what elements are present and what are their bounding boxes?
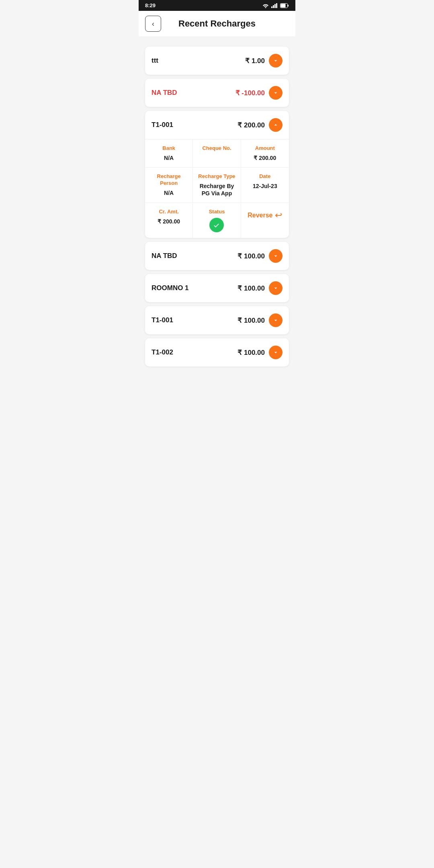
recharge-amount-3: ₹ 200.00 <box>237 118 283 132</box>
bank-label: Bank <box>150 145 188 152</box>
header: ‹ Recent Recharges <box>139 11 295 37</box>
recharge-amount-1: ₹ 1.00 <box>245 54 283 68</box>
recharge-type-label: Recharge Type <box>198 173 235 180</box>
detail-grid-3: Bank N/A Cheque No. Amount ₹ 200.00 Rech… <box>145 139 289 238</box>
chevron-up-icon <box>272 122 279 128</box>
recharge-summary-1: ttt ₹ 1.00 <box>145 47 289 75</box>
date-label: Date <box>246 173 284 180</box>
recharge-card-3: T1-001 ₹ 200.00 Bank N/A Cheque No. <box>145 111 289 238</box>
detail-row-1: Bank N/A Cheque No. Amount ₹ 200.00 <box>145 139 289 168</box>
amount-text-2: ₹ -100.00 <box>235 89 265 97</box>
detail-row-3: Cr. Amt. ₹ 200.00 Status Reverse ↩ <box>145 203 289 238</box>
svg-rect-6 <box>281 4 286 7</box>
reverse-button[interactable]: Reverse ↩ <box>246 210 284 221</box>
recharge-name-3: T1-001 <box>151 121 173 129</box>
amount-cell: Amount ₹ 200.00 <box>241 139 289 167</box>
bank-cell: Bank N/A <box>145 139 193 167</box>
status-bar: 8:29 <box>139 0 295 11</box>
cr-amt-cell: Cr. Amt. ₹ 200.00 <box>145 203 193 238</box>
amount-label: Amount <box>246 145 284 152</box>
back-arrow-icon: ‹ <box>152 20 154 28</box>
reverse-cell[interactable]: Reverse ↩ <box>241 203 289 238</box>
recharge-summary-7: T1-002 ₹ 100.00 <box>145 338 289 366</box>
recharge-person-label: Recharge Person <box>150 173 188 187</box>
recharge-name-7: T1-002 <box>151 348 173 356</box>
svg-rect-1 <box>273 5 274 8</box>
chevron-down-icon-2 <box>272 90 279 96</box>
recharge-amount-6: ₹ 100.00 <box>237 313 283 327</box>
toggle-btn-3[interactable] <box>269 118 283 132</box>
recharge-summary-6: T1-001 ₹ 100.00 <box>145 306 289 334</box>
recharge-card-2: NA TBD ₹ -100.00 <box>145 79 289 107</box>
page-title: Recent Recharges <box>168 18 289 29</box>
chevron-down-icon-6 <box>272 317 279 323</box>
recharge-person-value: N/A <box>150 189 188 197</box>
recharge-person-cell: Recharge Person N/A <box>145 168 193 203</box>
amount-value: ₹ 200.00 <box>246 154 284 162</box>
recharge-name-5: ROOMNO 1 <box>151 284 189 292</box>
battery-icon <box>280 3 289 8</box>
date-value: 12-Jul-23 <box>246 182 284 190</box>
recharge-amount-5: ₹ 100.00 <box>237 281 283 295</box>
toggle-btn-7[interactable] <box>269 346 283 359</box>
status-check-icon <box>209 218 224 232</box>
detail-row-2: Recharge Person N/A Recharge Type Rechar… <box>145 168 289 203</box>
recharge-name-2: NA TBD <box>151 89 177 97</box>
amount-text-5: ₹ 100.00 <box>237 284 265 293</box>
cheque-cell: Cheque No. <box>193 139 241 167</box>
recharge-list: ttt ₹ 1.00 NA TBD ₹ -100.00 T1-001 <box>139 37 295 373</box>
toggle-btn-6[interactable] <box>269 313 283 327</box>
recharge-summary-5: ROOMNO 1 ₹ 100.00 <box>145 274 289 302</box>
back-button[interactable]: ‹ <box>145 16 161 32</box>
chevron-down-icon-7 <box>272 349 279 356</box>
chevron-down-icon <box>272 57 279 64</box>
recharge-card-1: ttt ₹ 1.00 <box>145 47 289 75</box>
bank-value: N/A <box>150 154 188 162</box>
checkmark-icon <box>213 221 221 229</box>
recharge-card-4: NA TBD ₹ 100.00 <box>145 242 289 270</box>
toggle-btn-2[interactable] <box>269 86 283 100</box>
recharge-summary-4: NA TBD ₹ 100.00 <box>145 242 289 270</box>
recharge-name-1: ttt <box>151 57 158 65</box>
wifi-icon <box>262 3 269 8</box>
signal-icon <box>271 3 278 8</box>
amount-text-3: ₹ 200.00 <box>237 121 265 129</box>
recharge-summary-3: T1-001 ₹ 200.00 <box>145 111 289 139</box>
amount-text-6: ₹ 100.00 <box>237 316 265 325</box>
recharge-amount-4: ₹ 100.00 <box>237 249 283 263</box>
cheque-label: Cheque No. <box>198 145 235 152</box>
cr-amt-label: Cr. Amt. <box>150 209 188 215</box>
recharge-name-4: NA TBD <box>151 252 177 260</box>
recharge-amount-7: ₹ 100.00 <box>237 346 283 359</box>
recharge-type-cell: Recharge Type Recharge By PG Via App <box>193 168 241 203</box>
svg-rect-3 <box>276 3 277 8</box>
chevron-down-icon-5 <box>272 285 279 291</box>
toggle-btn-4[interactable] <box>269 249 283 263</box>
toggle-btn-5[interactable] <box>269 281 283 295</box>
recharge-type-value: Recharge By PG Via App <box>198 182 235 197</box>
svg-rect-2 <box>274 4 276 8</box>
toggle-btn-1[interactable] <box>269 54 283 68</box>
status-icons <box>262 3 289 8</box>
status-time: 8:29 <box>145 2 156 8</box>
status-cell: Status <box>193 203 241 238</box>
amount-text-1: ₹ 1.00 <box>245 57 265 65</box>
recharge-summary-2: NA TBD ₹ -100.00 <box>145 79 289 107</box>
reverse-icon: ↩ <box>275 210 282 221</box>
cr-amt-value: ₹ 200.00 <box>150 218 188 225</box>
svg-rect-0 <box>271 6 272 8</box>
date-cell: Date 12-Jul-23 <box>241 168 289 203</box>
recharge-card-5: ROOMNO 1 ₹ 100.00 <box>145 274 289 302</box>
recharge-card-6: T1-001 ₹ 100.00 <box>145 306 289 334</box>
amount-text-4: ₹ 100.00 <box>237 252 265 260</box>
recharge-name-6: T1-001 <box>151 316 173 324</box>
recharge-card-7: T1-002 ₹ 100.00 <box>145 338 289 366</box>
chevron-down-icon-4 <box>272 253 279 259</box>
status-label: Status <box>198 209 235 215</box>
recharge-amount-2: ₹ -100.00 <box>235 86 283 100</box>
amount-text-7: ₹ 100.00 <box>237 348 265 357</box>
svg-rect-5 <box>288 4 289 6</box>
reverse-label: Reverse <box>248 212 272 219</box>
